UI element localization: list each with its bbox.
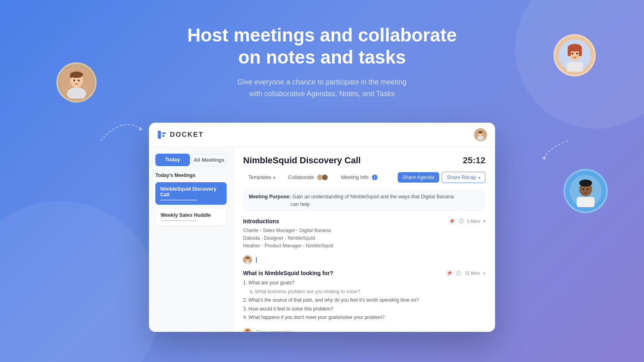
text-cursor (256, 257, 257, 263)
share-agenda-button[interactable]: Share Agenda (398, 172, 439, 183)
svg-rect-14 (578, 47, 582, 56)
svg-point-21 (579, 179, 592, 187)
meeting-header: NimbleSquid Discovery Call 25:12 (243, 155, 485, 166)
svg-point-25 (588, 189, 589, 189)
sidebar-section-title: Today's Meetings (155, 173, 227, 178)
svg-point-6 (73, 80, 75, 82)
bottom-note-avatar (243, 328, 252, 332)
svg-point-35 (477, 136, 484, 140)
svg-point-39 (245, 261, 250, 264)
note-input-row[interactable] (243, 255, 485, 264)
meeting-item-title-2: Weekly Sales Huddle (161, 212, 221, 218)
pin-icon: 📌 (449, 218, 455, 224)
what-pin-icon: 📌 (446, 270, 452, 276)
svg-rect-10 (567, 62, 583, 72)
svg-marker-28 (542, 156, 546, 160)
section-chevron-icon: ▾ (483, 219, 485, 223)
svg-rect-13 (568, 47, 571, 56)
meeting-timer: 25:12 (463, 155, 485, 166)
meeting-item-title-1: NimbleSquid Discovery Call (160, 186, 222, 197)
introductions-meta: 📌 🕐 5 Mins ▾ (449, 218, 485, 224)
svg-point-34 (479, 131, 483, 134)
svg-rect-29 (158, 131, 161, 139)
svg-point-17 (573, 56, 576, 58)
tab-all-meetings[interactable]: All Meetings (192, 154, 227, 166)
logo-text: DOCKET (170, 131, 204, 139)
app-logo: DOCKET (157, 130, 204, 140)
purpose-text: Gain an understanding of NimbleSquid and… (292, 194, 454, 200)
svg-point-15 (572, 52, 573, 54)
svg-point-26 (584, 192, 587, 194)
collaborate-button[interactable]: Collaborate (283, 171, 333, 183)
what-section: What is NimbleSquid looking for? 📌 🕐 15 … (243, 270, 485, 322)
purpose-box: Meeting Purpose: Gain an understanding o… (243, 189, 485, 212)
what-clock-icon: 🕐 (456, 271, 461, 276)
svg-point-38 (246, 257, 250, 259)
avatar-right-top (553, 34, 596, 76)
share-recap-chevron-icon: ▾ (478, 175, 480, 180)
bottom-note-row[interactable]: Take some notes... (243, 328, 485, 332)
what-meta: 📌 🕐 15 Mins ▾ (446, 270, 485, 276)
sidebar-tabs: Today All Meetings (155, 154, 227, 166)
clock-icon: 🕐 (458, 218, 464, 224)
info-icon: i (372, 175, 378, 180)
app-window: DOCKET Today All Meetings Today's Meetin… (149, 123, 495, 332)
introductions-header: Introductions 📌 🕐 5 Mins ▾ (243, 218, 485, 224)
note-avatar (243, 255, 252, 264)
dashed-arrow-right (539, 137, 572, 161)
main-content: NimbleSquid Discovery Call 25:12 Templat… (233, 147, 495, 332)
purpose-text-line2: can help (291, 202, 310, 207)
app-body: Today All Meetings Today's Meetings Nimb… (149, 147, 495, 332)
what-header: What is NimbleSquid looking for? 📌 🕐 15 … (243, 270, 485, 276)
collab-avatars (316, 174, 328, 181)
avatar-right-bottom (564, 169, 608, 213)
what-items: 1. What are your goals? a. What business… (243, 279, 485, 322)
hero-subtitle: Give everyone a chance to participate in… (0, 76, 644, 100)
templates-button[interactable]: Templates ▾ (243, 172, 281, 183)
meeting-item-sales[interactable]: Weekly Sales Huddle (155, 208, 227, 226)
svg-point-16 (576, 52, 578, 54)
what-title: What is NimbleSquid looking for? (243, 270, 333, 276)
collab-avatar-2 (322, 174, 328, 181)
avatar-left (56, 62, 97, 103)
what-chevron-icon: ▾ (483, 271, 485, 276)
hero-section: Host meetings and collaborate on notes a… (0, 0, 644, 100)
header-user-avatar[interactable] (474, 128, 487, 141)
app-header: DOCKET (149, 123, 495, 147)
svg-point-42 (246, 329, 250, 331)
introductions-title: Introductions (243, 218, 279, 224)
svg-rect-30 (162, 132, 166, 134)
svg-point-8 (75, 83, 78, 85)
svg-point-22 (582, 188, 584, 190)
tab-today[interactable]: Today (155, 154, 190, 166)
docket-logo-icon (157, 130, 167, 140)
purpose-label: Meeting Purpose: (249, 194, 291, 200)
chevron-down-icon: ▾ (273, 175, 275, 180)
hero-title: Host meetings and collaborate on notes a… (0, 24, 644, 68)
meeting-item-bar-1 (160, 200, 197, 201)
svg-marker-27 (139, 127, 143, 130)
meeting-item-nimblesquid[interactable]: NimbleSquid Discovery Call (155, 182, 227, 205)
meeting-title: NimbleSquid Discovery Call (243, 155, 361, 166)
introductions-section: Introductions 📌 🕐 5 Mins ▾ Charlie - Sal… (243, 218, 485, 250)
meeting-info-button[interactable]: Meeting Info i (336, 172, 383, 183)
sidebar: Today All Meetings Today's Meetings Nimb… (149, 147, 233, 332)
svg-point-24 (583, 189, 584, 189)
svg-rect-31 (162, 135, 165, 137)
note-placeholder[interactable]: Take some notes... (256, 329, 297, 332)
meeting-toolbar: Templates ▾ Collaborate Meeting Info i (243, 171, 485, 183)
bg-decoration-circle-bottom (0, 201, 161, 362)
dashed-arrow-left (97, 113, 145, 145)
share-recap-button[interactable]: Share Recap ▾ (442, 172, 485, 183)
svg-rect-2 (69, 89, 83, 99)
svg-point-23 (587, 188, 589, 190)
introductions-items: Charlie - Sales Manager - Digital Banana… (243, 227, 485, 250)
meeting-item-bar-2 (161, 220, 197, 221)
svg-point-7 (78, 80, 80, 82)
svg-rect-5 (70, 74, 72, 78)
svg-rect-19 (577, 197, 595, 207)
